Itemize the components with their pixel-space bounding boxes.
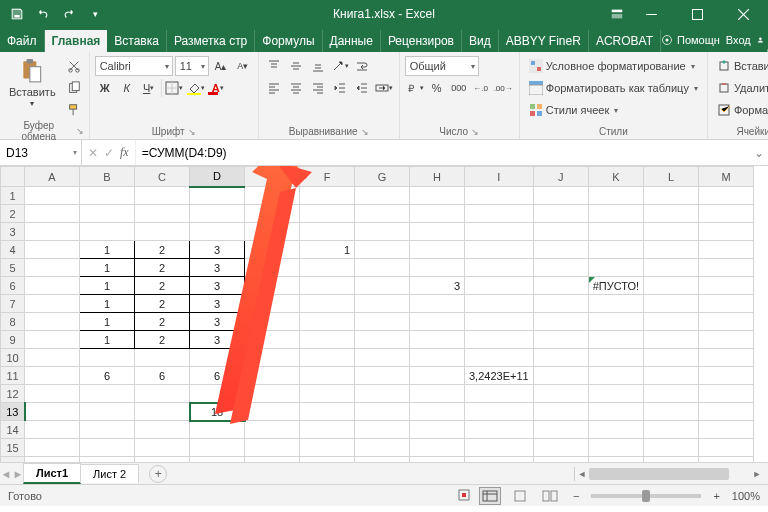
- cell[interactable]: [588, 241, 643, 259]
- cell[interactable]: [533, 421, 588, 439]
- accounting-button[interactable]: ₽▾: [405, 78, 425, 98]
- cell[interactable]: [80, 439, 135, 457]
- redo-icon[interactable]: [58, 3, 80, 25]
- cell[interactable]: 2: [135, 295, 190, 313]
- cell[interactable]: [300, 421, 355, 439]
- cell[interactable]: [410, 349, 465, 367]
- cell[interactable]: 1: [80, 313, 135, 331]
- tab-insert[interactable]: Вставка: [107, 30, 167, 52]
- cell[interactable]: [410, 187, 465, 205]
- cell[interactable]: [135, 349, 190, 367]
- cell[interactable]: [25, 313, 80, 331]
- cell[interactable]: [410, 223, 465, 241]
- cell[interactable]: [355, 295, 410, 313]
- align-right-button[interactable]: [308, 78, 328, 98]
- cell[interactable]: [80, 187, 135, 205]
- cell[interactable]: [644, 367, 699, 385]
- cell[interactable]: [355, 457, 410, 463]
- cell[interactable]: [245, 421, 300, 439]
- cell[interactable]: [588, 421, 643, 439]
- cell[interactable]: [135, 421, 190, 439]
- cell[interactable]: [355, 439, 410, 457]
- zoom-out-button[interactable]: −: [569, 490, 583, 502]
- orientation-button[interactable]: ▾: [330, 56, 350, 76]
- cell[interactable]: [245, 439, 300, 457]
- cell[interactable]: 1: [300, 241, 355, 259]
- paste-button[interactable]: Вставить▾: [5, 56, 60, 111]
- tab-review[interactable]: Рецензиров: [381, 30, 462, 52]
- cell[interactable]: [410, 439, 465, 457]
- cell[interactable]: [588, 313, 643, 331]
- cell[interactable]: [245, 457, 300, 463]
- cell[interactable]: [588, 439, 643, 457]
- cell[interactable]: [644, 385, 699, 403]
- cell[interactable]: [644, 331, 699, 349]
- align-bottom-button[interactable]: [308, 56, 328, 76]
- cell[interactable]: [25, 205, 80, 223]
- cell[interactable]: [410, 313, 465, 331]
- cell[interactable]: [533, 241, 588, 259]
- undo-icon[interactable]: [32, 3, 54, 25]
- cell[interactable]: [588, 385, 643, 403]
- cell[interactable]: [245, 313, 300, 331]
- row-header[interactable]: 9: [1, 331, 25, 349]
- row-header[interactable]: 10: [1, 349, 25, 367]
- cell[interactable]: 3: [190, 313, 245, 331]
- insert-cells-button[interactable]: Вставить▾: [713, 56, 768, 76]
- cell[interactable]: [699, 403, 754, 421]
- cell[interactable]: [25, 403, 80, 421]
- cell[interactable]: [465, 313, 534, 331]
- tab-data[interactable]: Данные: [323, 30, 381, 52]
- cell[interactable]: [533, 313, 588, 331]
- cell[interactable]: [410, 241, 465, 259]
- normal-view-button[interactable]: [479, 487, 501, 505]
- cell[interactable]: 2: [135, 241, 190, 259]
- decrease-indent-button[interactable]: [330, 78, 350, 98]
- zoom-in-button[interactable]: +: [709, 490, 723, 502]
- cell[interactable]: [190, 349, 245, 367]
- cell[interactable]: 3,2423E+11: [465, 367, 534, 385]
- enter-formula-icon[interactable]: ✓: [104, 146, 114, 160]
- cell[interactable]: [135, 439, 190, 457]
- row-header[interactable]: 1: [1, 187, 25, 205]
- ribbon-options-icon[interactable]: [606, 3, 628, 25]
- cell[interactable]: [465, 187, 534, 205]
- cell[interactable]: [190, 205, 245, 223]
- cell[interactable]: [465, 259, 534, 277]
- save-icon[interactable]: [6, 3, 28, 25]
- format-cells-button[interactable]: Формат▾: [713, 100, 768, 120]
- cell[interactable]: [355, 331, 410, 349]
- cell[interactable]: [245, 205, 300, 223]
- cell[interactable]: [300, 205, 355, 223]
- cell[interactable]: [644, 349, 699, 367]
- cell[interactable]: [80, 403, 135, 421]
- row-header[interactable]: 15: [1, 439, 25, 457]
- cell[interactable]: [135, 403, 190, 421]
- cell[interactable]: [245, 241, 300, 259]
- fill-color-button[interactable]: ▾: [186, 78, 206, 98]
- cell[interactable]: [465, 349, 534, 367]
- cell[interactable]: [533, 457, 588, 463]
- cell[interactable]: [699, 223, 754, 241]
- cell[interactable]: [355, 403, 410, 421]
- cell[interactable]: [190, 421, 245, 439]
- row-header[interactable]: 3: [1, 223, 25, 241]
- increase-indent-button[interactable]: [352, 78, 372, 98]
- page-layout-view-button[interactable]: [509, 487, 531, 505]
- cell[interactable]: [588, 349, 643, 367]
- cell[interactable]: [135, 223, 190, 241]
- merge-button[interactable]: ▾: [374, 78, 394, 98]
- column-header[interactable]: I: [465, 167, 534, 187]
- cell[interactable]: 2: [135, 331, 190, 349]
- cell[interactable]: 3: [190, 277, 245, 295]
- column-header[interactable]: F: [300, 167, 355, 187]
- cell[interactable]: [355, 223, 410, 241]
- cell[interactable]: [410, 403, 465, 421]
- cell[interactable]: 1: [80, 277, 135, 295]
- row-header[interactable]: 13: [1, 403, 25, 421]
- cell[interactable]: 3: [190, 241, 245, 259]
- tab-acrobat[interactable]: ACROBAT: [589, 30, 661, 52]
- cell[interactable]: [699, 439, 754, 457]
- cell[interactable]: [300, 439, 355, 457]
- qat-customize-icon[interactable]: ▾: [84, 3, 106, 25]
